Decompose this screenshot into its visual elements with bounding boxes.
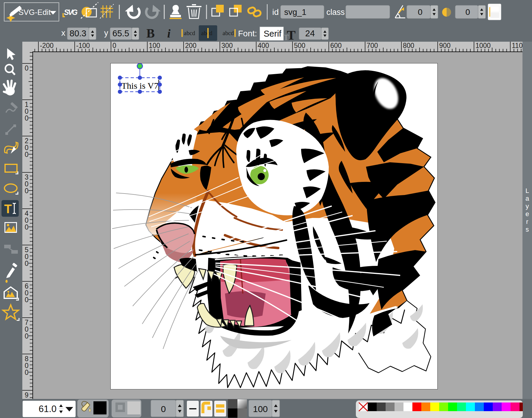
svg-text:0: 0 bbox=[25, 296, 29, 304]
svg-text:1100: 1100 bbox=[512, 42, 522, 49]
svg-text:T: T bbox=[4, 202, 12, 216]
svg-text:0: 0 bbox=[25, 64, 29, 72]
svg-text:SVG: SVG bbox=[64, 8, 78, 16]
svg-text:0: 0 bbox=[161, 404, 166, 414]
svg-text:65.5: 65.5 bbox=[112, 29, 129, 38]
svg-text:800: 800 bbox=[403, 42, 414, 49]
svg-text:T: T bbox=[287, 28, 295, 42]
svg-text:0: 0 bbox=[112, 42, 116, 49]
svg-text:700: 700 bbox=[367, 42, 378, 49]
svg-text:0: 0 bbox=[25, 369, 29, 376]
svg-text:0: 0 bbox=[25, 151, 29, 158]
svg-text:Font:: Font: bbox=[238, 29, 257, 38]
svg-text:0: 0 bbox=[25, 260, 29, 267]
svg-text:L: L bbox=[525, 187, 529, 194]
svg-text:abcd: abcd bbox=[201, 30, 212, 36]
svg-text:B: B bbox=[146, 26, 155, 40]
svg-text:200: 200 bbox=[185, 42, 196, 49]
svg-text:0: 0 bbox=[25, 223, 29, 231]
svg-text:0: 0 bbox=[465, 7, 470, 17]
svg-text:svg_1: svg_1 bbox=[284, 7, 306, 17]
svg-text:24: 24 bbox=[305, 29, 315, 38]
svg-text:SVG-Edit: SVG-Edit bbox=[18, 8, 51, 17]
svg-text:-200: -200 bbox=[40, 42, 54, 49]
svg-text:e: e bbox=[525, 210, 529, 218]
svg-text:900: 900 bbox=[439, 42, 450, 49]
svg-text:r: r bbox=[526, 218, 528, 225]
svg-text:y: y bbox=[104, 29, 108, 38]
svg-text:y: y bbox=[526, 202, 529, 210]
svg-text:-100: -100 bbox=[76, 42, 90, 49]
svg-text:a: a bbox=[525, 195, 529, 202]
svg-text:100: 100 bbox=[149, 42, 160, 49]
svg-text:0: 0 bbox=[25, 114, 29, 122]
svg-text:300: 300 bbox=[221, 42, 233, 49]
svg-text:0: 0 bbox=[25, 332, 29, 340]
svg-text:Serif: Serif bbox=[264, 29, 282, 38]
svg-text:s: s bbox=[526, 226, 529, 233]
svg-text:400: 400 bbox=[258, 42, 269, 49]
svg-text:500: 500 bbox=[294, 42, 305, 49]
svg-text:80.3: 80.3 bbox=[70, 29, 86, 38]
svg-text:id: id bbox=[272, 7, 279, 17]
svg-text:0: 0 bbox=[25, 187, 29, 195]
svg-text:i: i bbox=[167, 27, 170, 40]
svg-text:0: 0 bbox=[418, 7, 423, 17]
svg-text:abcd: abcd bbox=[184, 30, 195, 36]
svg-text:100: 100 bbox=[253, 404, 268, 414]
svg-text:class: class bbox=[326, 8, 345, 17]
svg-text:This is V7: This is V7 bbox=[121, 81, 158, 91]
svg-text:x: x bbox=[61, 29, 65, 38]
svg-text:600: 600 bbox=[330, 42, 342, 49]
svg-text:1000: 1000 bbox=[475, 42, 491, 49]
svg-text:61.0: 61.0 bbox=[39, 404, 57, 414]
svg-text:abcd: abcd bbox=[223, 30, 234, 36]
